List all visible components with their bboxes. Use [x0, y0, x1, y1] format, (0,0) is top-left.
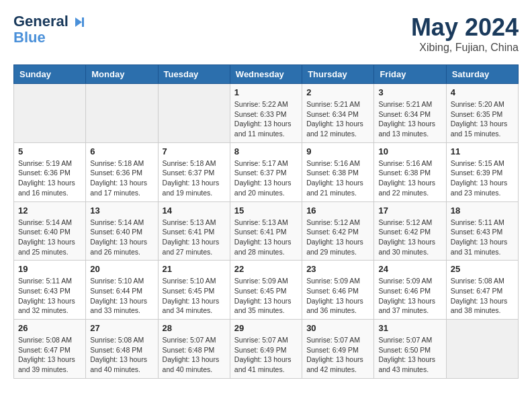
calendar-cell: 14Sunrise: 5:13 AM Sunset: 6:41 PM Dayli… [158, 201, 230, 261]
day-number: 9 [306, 146, 369, 156]
day-number: 18 [451, 205, 514, 216]
calendar-cell: 5Sunrise: 5:19 AM Sunset: 6:36 PM Daylig… [14, 142, 86, 201]
calendar-cell: 3Sunrise: 5:21 AM Sunset: 6:34 PM Daylig… [374, 84, 446, 143]
day-number: 20 [90, 264, 153, 274]
month-year: May 2024 [411, 13, 519, 42]
day-number: 19 [18, 264, 81, 274]
header-sunday: Sunday [14, 65, 86, 84]
calendar-cell: 21Sunrise: 5:10 AM Sunset: 6:45 PM Dayli… [158, 261, 230, 320]
day-number: 7 [163, 146, 226, 156]
day-number: 22 [234, 264, 298, 274]
calendar-cell [86, 84, 158, 143]
calendar-cell [158, 84, 230, 143]
day-number: 27 [90, 323, 153, 333]
day-detail: Sunrise: 5:15 AM Sunset: 6:39 PM Dayligh… [451, 158, 514, 198]
day-detail: Sunrise: 5:09 AM Sunset: 6:46 PM Dayligh… [306, 276, 369, 316]
day-number: 10 [378, 146, 441, 156]
calendar-cell: 12Sunrise: 5:14 AM Sunset: 6:40 PM Dayli… [14, 201, 86, 261]
calendar-cell [14, 84, 86, 143]
day-detail: Sunrise: 5:18 AM Sunset: 6:37 PM Dayligh… [163, 158, 226, 198]
day-detail: Sunrise: 5:21 AM Sunset: 6:34 PM Dayligh… [306, 99, 369, 139]
day-number: 17 [378, 205, 441, 216]
calendar-cell: 8Sunrise: 5:17 AM Sunset: 6:37 PM Daylig… [230, 142, 302, 201]
day-detail: Sunrise: 5:19 AM Sunset: 6:36 PM Dayligh… [18, 158, 81, 198]
day-number: 15 [234, 205, 298, 216]
day-detail: Sunrise: 5:11 AM Sunset: 6:43 PM Dayligh… [451, 218, 514, 257]
day-number: 8 [234, 146, 298, 156]
day-number: 14 [163, 205, 226, 216]
calendar-cell: 24Sunrise: 5:09 AM Sunset: 6:46 PM Dayli… [374, 261, 446, 320]
day-number: 23 [306, 264, 369, 274]
day-number: 6 [90, 146, 153, 156]
day-detail: Sunrise: 5:22 AM Sunset: 6:33 PM Dayligh… [234, 99, 298, 139]
day-number: 3 [378, 87, 441, 97]
header-row: Sunday Monday Tuesday Wednesday Thursday… [14, 65, 519, 84]
day-number: 30 [306, 323, 369, 333]
day-detail: Sunrise: 5:17 AM Sunset: 6:37 PM Dayligh… [234, 158, 298, 198]
calendar-week-row: 19Sunrise: 5:11 AM Sunset: 6:43 PM Dayli… [14, 261, 519, 320]
day-detail: Sunrise: 5:14 AM Sunset: 6:40 PM Dayligh… [18, 218, 81, 257]
calendar-header: Sunday Monday Tuesday Wednesday Thursday… [14, 65, 519, 84]
day-number: 24 [378, 264, 441, 274]
calendar-cell: 18Sunrise: 5:11 AM Sunset: 6:43 PM Dayli… [446, 201, 518, 261]
header-saturday: Saturday [446, 65, 518, 84]
day-detail: Sunrise: 5:08 AM Sunset: 6:47 PM Dayligh… [451, 276, 514, 316]
calendar-week-row: 5Sunrise: 5:19 AM Sunset: 6:36 PM Daylig… [14, 142, 519, 201]
calendar-week-row: 12Sunrise: 5:14 AM Sunset: 6:40 PM Dayli… [14, 201, 519, 261]
day-detail: Sunrise: 5:09 AM Sunset: 6:45 PM Dayligh… [234, 276, 298, 316]
header-friday: Friday [374, 65, 446, 84]
calendar-table: Sunday Monday Tuesday Wednesday Thursday… [13, 64, 519, 379]
day-detail: Sunrise: 5:16 AM Sunset: 6:38 PM Dayligh… [378, 158, 441, 198]
day-number: 4 [451, 87, 514, 97]
calendar-week-row: 26Sunrise: 5:08 AM Sunset: 6:47 PM Dayli… [14, 320, 519, 379]
title-block: May 2024 Xibing, Fujian, China [411, 13, 519, 54]
day-detail: Sunrise: 5:13 AM Sunset: 6:41 PM Dayligh… [234, 218, 298, 257]
day-detail: Sunrise: 5:10 AM Sunset: 6:45 PM Dayligh… [163, 276, 226, 316]
day-detail: Sunrise: 5:14 AM Sunset: 6:40 PM Dayligh… [90, 218, 153, 257]
day-number: 13 [90, 205, 153, 216]
logo-blue: Blue [13, 30, 87, 46]
calendar-cell: 25Sunrise: 5:08 AM Sunset: 6:47 PM Dayli… [446, 261, 518, 320]
day-detail: Sunrise: 5:08 AM Sunset: 6:48 PM Dayligh… [90, 335, 153, 375]
location: Xibing, Fujian, China [411, 42, 519, 54]
day-detail: Sunrise: 5:11 AM Sunset: 6:43 PM Dayligh… [18, 276, 81, 316]
calendar-cell: 6Sunrise: 5:18 AM Sunset: 6:36 PM Daylig… [86, 142, 158, 201]
day-detail: Sunrise: 5:07 AM Sunset: 6:50 PM Dayligh… [378, 335, 441, 375]
calendar-cell: 19Sunrise: 5:11 AM Sunset: 6:43 PM Dayli… [14, 261, 86, 320]
day-number: 2 [306, 87, 369, 97]
calendar-cell: 1Sunrise: 5:22 AM Sunset: 6:33 PM Daylig… [230, 84, 302, 143]
day-number: 26 [18, 323, 81, 333]
day-detail: Sunrise: 5:09 AM Sunset: 6:46 PM Dayligh… [378, 276, 441, 316]
calendar-week-row: 1Sunrise: 5:22 AM Sunset: 6:33 PM Daylig… [14, 84, 519, 143]
day-number: 28 [163, 323, 226, 333]
logo: General Blue [13, 13, 87, 46]
header-tuesday: Tuesday [158, 65, 230, 84]
day-number: 16 [306, 205, 369, 216]
calendar-cell: 10Sunrise: 5:16 AM Sunset: 6:38 PM Dayli… [374, 142, 446, 201]
calendar-cell: 7Sunrise: 5:18 AM Sunset: 6:37 PM Daylig… [158, 142, 230, 201]
day-detail: Sunrise: 5:21 AM Sunset: 6:34 PM Dayligh… [378, 99, 441, 139]
calendar-cell: 27Sunrise: 5:08 AM Sunset: 6:48 PM Dayli… [86, 320, 158, 379]
day-detail: Sunrise: 5:12 AM Sunset: 6:42 PM Dayligh… [378, 218, 441, 257]
calendar-cell: 31Sunrise: 5:07 AM Sunset: 6:50 PM Dayli… [374, 320, 446, 379]
day-detail: Sunrise: 5:20 AM Sunset: 6:35 PM Dayligh… [451, 99, 514, 139]
calendar-cell: 9Sunrise: 5:16 AM Sunset: 6:38 PM Daylig… [302, 142, 374, 201]
calendar-body: 1Sunrise: 5:22 AM Sunset: 6:33 PM Daylig… [14, 84, 519, 379]
day-number: 29 [234, 323, 298, 333]
day-detail: Sunrise: 5:18 AM Sunset: 6:36 PM Dayligh… [90, 158, 153, 198]
day-number: 1 [234, 87, 298, 97]
page-header: General Blue May 2024 Xibing, Fujian, Ch… [13, 13, 519, 54]
calendar-cell: 20Sunrise: 5:10 AM Sunset: 6:44 PM Dayli… [86, 261, 158, 320]
calendar-cell: 17Sunrise: 5:12 AM Sunset: 6:42 PM Dayli… [374, 201, 446, 261]
day-detail: Sunrise: 5:08 AM Sunset: 6:47 PM Dayligh… [18, 335, 81, 375]
calendar-cell: 16Sunrise: 5:12 AM Sunset: 6:42 PM Dayli… [302, 201, 374, 261]
calendar-cell: 13Sunrise: 5:14 AM Sunset: 6:40 PM Dayli… [86, 201, 158, 261]
svg-marker-0 [75, 17, 82, 27]
calendar-cell: 26Sunrise: 5:08 AM Sunset: 6:47 PM Dayli… [14, 320, 86, 379]
day-number: 21 [163, 264, 226, 274]
day-detail: Sunrise: 5:16 AM Sunset: 6:38 PM Dayligh… [306, 158, 369, 198]
day-number: 11 [451, 146, 514, 156]
header-monday: Monday [86, 65, 158, 84]
day-number: 31 [378, 323, 441, 333]
day-detail: Sunrise: 5:07 AM Sunset: 6:48 PM Dayligh… [163, 335, 226, 375]
